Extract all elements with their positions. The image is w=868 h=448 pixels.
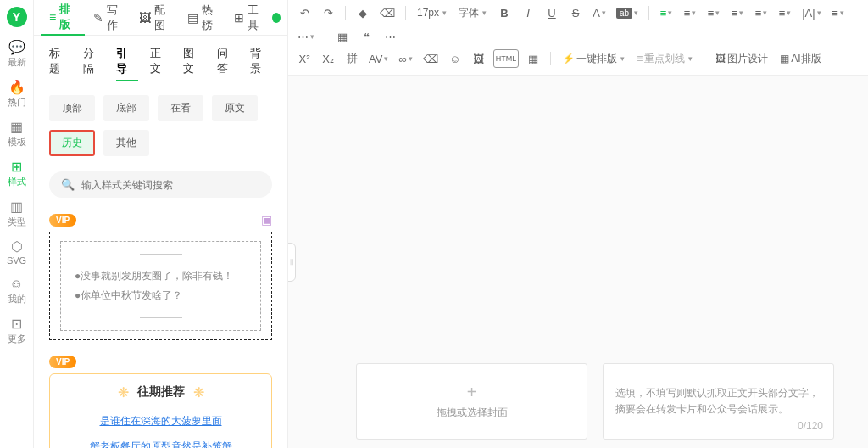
indent-inc-button[interactable]: ≡	[776, 3, 794, 22]
eraser2-button[interactable]: ⌫	[420, 49, 441, 68]
tab-typeset[interactable]: ≡排版	[41, 0, 85, 36]
category-tabs: 标题 分隔 引导 正文 图文 问答 背景	[34, 36, 287, 90]
underline-button[interactable]: U	[542, 3, 561, 22]
plus-icon: +	[467, 383, 477, 402]
style-cards: VIP ▣ ●没事就别发朋友圈了，除非有钱！ ●你单位中秋节发啥了？ VIP	[34, 206, 287, 448]
card2-link1: 是谁住在深海的大菠萝里面	[100, 415, 222, 427]
rail-svg[interactable]: ⬡SVG	[0, 235, 34, 271]
auto-typeset-button[interactable]: ⚡一键排版	[559, 52, 628, 66]
style-card-1[interactable]: VIP ▣ ●没事就别发朋友圈了，除非有钱！ ●你单位中秋节发啥了？	[49, 213, 272, 340]
summary-placeholder: 选填，不填写则默认抓取正文开头部分文字，摘要会在转发卡片和公众号会话展示。	[615, 385, 821, 417]
chip-viewing[interactable]: 在看	[158, 95, 203, 121]
misc-button[interactable]: ⋯	[295, 27, 317, 46]
fire-icon: 🔥	[8, 81, 25, 94]
ai-icon: ▦	[780, 53, 789, 64]
highlight-button[interactable]: ab	[614, 3, 641, 22]
emoji-button[interactable]: ☺	[446, 49, 465, 68]
chip-top[interactable]: 顶部	[49, 95, 95, 121]
type-icon: ▥	[10, 200, 23, 214]
pinyin-button[interactable]: 拼	[342, 49, 361, 68]
table-button[interactable]: ▦	[333, 27, 352, 46]
style-card-2[interactable]: VIP ❋ 往期推荐 ❋ 是谁住在深海的大菠萝里面 蟹老板餐厅的原型竟然是补笼蟹…	[49, 356, 272, 448]
cube-icon: ⊞	[234, 11, 244, 25]
ai-typeset-button[interactable]: ▦AI排版	[776, 52, 824, 66]
font-family-select[interactable]: 字体	[455, 6, 490, 20]
align-left-button[interactable]: ≡	[657, 3, 676, 22]
superscript-button[interactable]: X²	[295, 49, 314, 68]
format-painter-button[interactable]: ◆	[353, 3, 372, 22]
align-center-button[interactable]: ≡	[681, 3, 699, 22]
filter-chips: 顶部 底部 在看 原文 历史 其他	[34, 90, 287, 166]
editor-canvas[interactable]: ⦀ + 拖拽或选择封面 选填，不填写则默认抓取正文开头部分文字，摘要会在转发卡片…	[288, 76, 868, 448]
code-button[interactable]: ▦	[524, 49, 542, 68]
cover-upload-card[interactable]: + 拖拽或选择封面	[356, 363, 587, 440]
tab-tools[interactable]: ⊞工具	[225, 0, 272, 36]
grid-icon: ▦	[10, 120, 23, 134]
letter-spacing-button[interactable]: AV	[366, 49, 391, 68]
html-button[interactable]: HTML	[493, 49, 520, 68]
cat-imagetext[interactable]: 图文	[183, 46, 205, 81]
list-button[interactable]: ≡	[829, 3, 848, 22]
vip-badge: VIP	[49, 356, 76, 368]
card2-link2: 蟹老板餐厅的原型竟然是补笼蟹	[90, 440, 232, 448]
rail-more[interactable]: ⊡更多	[0, 312, 34, 350]
rail-templates[interactable]: ▦模板	[0, 115, 34, 154]
bold-button[interactable]: B	[495, 3, 514, 22]
underline-icon: ≡	[637, 53, 643, 64]
search-input[interactable]	[81, 179, 260, 191]
image-design-button[interactable]: 🖼图片设计	[712, 52, 771, 66]
chip-history[interactable]: 历史	[49, 130, 95, 156]
rail-mine[interactable]: ☺我的	[0, 272, 34, 311]
undo-button[interactable]: ↶	[295, 3, 314, 22]
link-button[interactable]: ∞	[396, 49, 415, 68]
tab-hotlist[interactable]: ▤热榜	[179, 0, 226, 36]
rail-types[interactable]: ▥类型	[0, 195, 34, 233]
strike-button[interactable]: S	[566, 3, 585, 22]
search-box[interactable]: 🔍	[49, 171, 272, 198]
line-height-button[interactable]: |A|	[799, 3, 823, 22]
quote-button[interactable]: ❝	[357, 27, 376, 46]
picture-icon: 🖼	[715, 53, 726, 64]
align-justify-button[interactable]: ≡	[728, 3, 747, 22]
left-rail: Y 💬最新 🔥热门 ▦模板 ⊞样式 ▥类型 ⬡SVG ☺我的 ⊡更多	[0, 0, 34, 448]
font-color-button[interactable]: A	[590, 3, 609, 22]
tab-image[interactable]: 🖼配图	[131, 0, 178, 36]
chat-icon: 💬	[8, 41, 25, 54]
redo-button[interactable]: ↷	[319, 3, 337, 22]
ellipsis-button[interactable]: ⋯	[381, 27, 399, 46]
keyline-button[interactable]: ≡重点划线	[633, 52, 696, 66]
tab-write[interactable]: ✎写作	[85, 0, 131, 36]
cat-body[interactable]: 正文	[150, 46, 172, 81]
insert-image-button[interactable]: 🖼	[470, 49, 488, 68]
vip-badge: VIP	[49, 214, 76, 227]
italic-button[interactable]: I	[519, 3, 537, 22]
rail-latest[interactable]: 💬最新	[0, 36, 34, 74]
editor-area: ↶ ↷ ◆ ⌫ 17px 字体 B I U S A ab ≡ ≡ ≡ ≡ ≡	[288, 0, 868, 448]
summary-card[interactable]: 选填，不填写则默认抓取正文开头部分文字，摘要会在转发卡片和公众号会话展示。 0/…	[603, 363, 834, 440]
more-icon: ⊡	[11, 317, 22, 331]
bolt-icon: ⚡	[562, 53, 575, 64]
chip-bottom[interactable]: 底部	[103, 95, 149, 121]
cat-qa[interactable]: 问答	[217, 46, 239, 81]
flower-icon: ❋	[118, 384, 129, 400]
rail-hot[interactable]: 🔥热门	[0, 76, 34, 114]
cat-bg[interactable]: 背景	[250, 46, 272, 81]
flower-icon: ❋	[193, 384, 204, 400]
chip-original[interactable]: 原文	[212, 95, 258, 121]
card1-line2: ●你单位中秋节发啥了？	[75, 286, 247, 305]
align-right-button[interactable]: ≡	[704, 3, 723, 22]
chip-other[interactable]: 其他	[103, 130, 149, 156]
cat-guide[interactable]: 引导	[116, 46, 138, 81]
subscript-button[interactable]: X₂	[319, 49, 337, 68]
clear-format-button[interactable]: ⌫	[377, 3, 398, 22]
indent-dec-button[interactable]: ≡	[752, 3, 771, 22]
hexagon-icon: ⬡	[11, 240, 23, 254]
font-size-select[interactable]: 17px	[414, 7, 450, 19]
status-indicator	[272, 13, 281, 23]
panel-tabs: ≡排版 ✎写作 🖼配图 ▤热榜 ⊞工具	[34, 0, 287, 36]
cat-divider[interactable]: 分隔	[83, 46, 105, 81]
collapse-handle[interactable]: ⦀	[288, 243, 296, 282]
toolbar: ↶ ↷ ◆ ⌫ 17px 字体 B I U S A ab ≡ ≡ ≡ ≡ ≡	[288, 0, 868, 76]
cat-title[interactable]: 标题	[49, 46, 71, 81]
rail-styles[interactable]: ⊞样式	[0, 155, 34, 193]
